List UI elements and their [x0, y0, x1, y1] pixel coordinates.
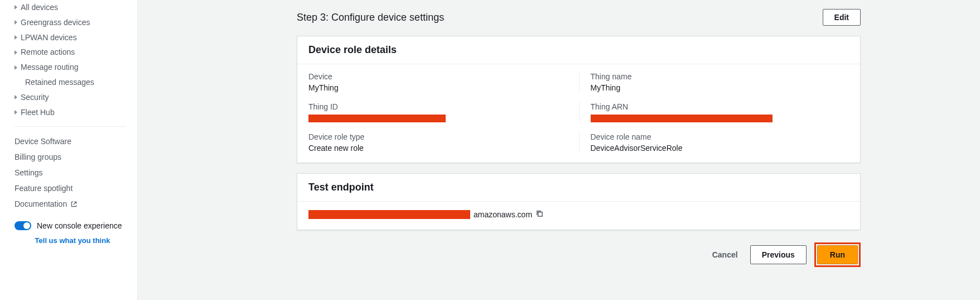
external-link-icon — [70, 201, 78, 208]
cancel-button[interactable]: Cancel — [708, 247, 742, 263]
sidebar-item-label: Greengrass devices — [21, 18, 90, 27]
run-button[interactable]: Run — [817, 245, 858, 264]
field-value — [591, 113, 849, 122]
sidebar-item-lpwan-devices[interactable]: LPWAN devices — [15, 30, 131, 45]
sidebar-item-message-routing[interactable]: Message routing — [15, 60, 131, 75]
sidebar-bottom: New console experience Tell us what you … — [0, 218, 137, 245]
sidebar-item-label: Settings — [15, 168, 43, 177]
panel-body: Device MyThing Thing name MyThing Thing … — [297, 64, 860, 163]
field-role-type: Device role type Create new role — [308, 132, 579, 153]
sidebar-item-feature-spotlight[interactable]: Feature spotlight — [15, 180, 131, 196]
sidebar: All devices Greengrass devices LPWAN dev… — [0, 0, 138, 300]
divider — [15, 126, 126, 127]
endpoint-suffix: amazonaws.com — [474, 210, 532, 219]
field-label: Device role name — [591, 132, 849, 141]
redacted-value — [591, 115, 773, 122]
run-button-highlight: Run — [814, 242, 861, 267]
sidebar-item-billing-groups[interactable]: Billing groups — [15, 149, 131, 165]
panel-body: amazonaws.com — [297, 202, 860, 230]
caret-icon — [15, 5, 17, 9]
caret-icon — [15, 20, 17, 25]
sidebar-item-documentation[interactable]: Documentation — [15, 196, 131, 212]
sidebar-item-label: All devices — [21, 3, 58, 12]
field-grid: Device MyThing Thing name MyThing Thing … — [308, 72, 849, 153]
new-console-toggle[interactable] — [15, 221, 31, 230]
redacted-value — [308, 210, 470, 219]
field-thing-name: Thing name MyThing — [579, 72, 849, 92]
sidebar-item-label: Documentation — [15, 199, 67, 208]
field-label: Device — [308, 72, 579, 81]
sidebar-item-label: LPWAN devices — [21, 33, 77, 42]
field-value: MyThing — [308, 83, 579, 92]
field-device: Device MyThing — [308, 72, 579, 92]
sidebar-item-device-software[interactable]: Device Software — [15, 134, 131, 149]
feedback-link[interactable]: Tell us what you think — [15, 236, 131, 245]
sidebar-item-all-devices[interactable]: All devices — [15, 0, 131, 15]
field-value: MyThing — [591, 83, 849, 92]
nav-list: All devices Greengrass devices LPWAN dev… — [0, 0, 137, 120]
test-endpoint-panel: Test endpoint amazonaws.com — [297, 173, 861, 230]
caret-icon — [15, 95, 17, 99]
field-label: Device role type — [308, 132, 579, 141]
panel-header: Device role details — [297, 36, 860, 64]
panel-title: Test endpoint — [308, 182, 849, 193]
panel-title: Device role details — [308, 44, 849, 56]
field-value: Create new role — [308, 144, 579, 153]
field-value — [308, 113, 579, 122]
field-label: Thing name — [591, 72, 849, 81]
field-role-name: Device role name DeviceAdvisorServiceRol… — [579, 132, 849, 153]
sidebar-item-label: Retained messages — [25, 78, 94, 87]
field-label: Thing ID — [308, 102, 579, 111]
main-content: Step 3: Configure device settings Edit D… — [138, 0, 980, 300]
edit-button[interactable]: Edit — [823, 9, 861, 26]
caret-icon — [15, 50, 17, 55]
caret-icon — [15, 110, 17, 115]
endpoint-row: amazonaws.com — [308, 209, 849, 220]
field-thing-id: Thing ID — [308, 102, 579, 122]
step-header: Step 3: Configure device settings Edit — [297, 0, 861, 36]
sidebar-item-label: Device Software — [15, 137, 71, 146]
nav-simple-list: Device Software Billing groups Settings … — [0, 134, 137, 212]
toggle-label: New console experience — [37, 221, 122, 230]
sidebar-item-label: Billing groups — [15, 153, 61, 161]
sidebar-item-settings[interactable]: Settings — [15, 165, 131, 180]
sidebar-item-label: Fleet Hub — [21, 108, 55, 117]
step-title: Step 3: Configure device settings — [297, 12, 444, 23]
sidebar-item-greengrass-devices[interactable]: Greengrass devices — [15, 15, 131, 30]
sidebar-item-security[interactable]: Security — [15, 90, 131, 105]
caret-icon — [15, 65, 17, 70]
sidebar-item-remote-actions[interactable]: Remote actions — [15, 45, 131, 60]
sidebar-item-label: Remote actions — [21, 47, 75, 57]
field-thing-arn: Thing ARN — [579, 102, 849, 122]
panel-header: Test endpoint — [297, 174, 860, 202]
device-role-details-panel: Device role details Device MyThing Thing… — [297, 36, 861, 163]
sidebar-item-fleet-hub[interactable]: Fleet Hub — [15, 105, 131, 120]
previous-button[interactable]: Previous — [750, 245, 807, 264]
svg-rect-0 — [538, 212, 543, 217]
sidebar-item-label: Message routing — [21, 63, 79, 72]
sidebar-item-retained-messages[interactable]: Retained messages — [15, 75, 131, 90]
redacted-value — [308, 115, 446, 122]
toggle-row: New console experience — [15, 218, 131, 233]
sidebar-item-label: Security — [21, 93, 49, 102]
footer-actions: Cancel Previous Run — [297, 242, 861, 267]
caret-icon — [15, 35, 17, 40]
field-value: DeviceAdvisorServiceRole — [591, 144, 849, 153]
sidebar-item-label: Feature spotlight — [15, 184, 73, 193]
field-label: Thing ARN — [591, 102, 849, 111]
copy-icon[interactable] — [535, 209, 544, 220]
